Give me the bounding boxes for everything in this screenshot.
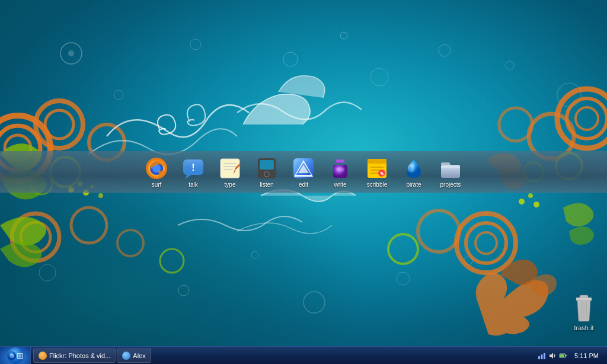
orange-figure-decoration <box>453 228 560 346</box>
taskbar-app-firefox-label: Flickr: Photos & vid... <box>49 352 110 359</box>
systray-battery-icon[interactable] <box>559 352 567 360</box>
svg-rect-97 <box>566 355 567 356</box>
taskbar-app-ie-label: Alex <box>133 352 145 359</box>
systray-volume-icon[interactable] <box>548 352 557 360</box>
taskbar-systray: 5:11 PM <box>534 347 607 364</box>
dock-label-listen: listen <box>260 181 273 188</box>
talk-icon-wrap[interactable]: ! <box>181 157 205 180</box>
svg-rect-84 <box>441 166 460 168</box>
svg-text:⊞: ⊞ <box>9 353 14 359</box>
taskbar-apps: Flickr: Photos & vid... Alex <box>31 347 534 364</box>
svg-text:!: ! <box>191 162 194 173</box>
system-clock[interactable]: 5:11 PM <box>570 352 603 359</box>
svg-text:✎: ✎ <box>380 171 384 177</box>
svg-point-48 <box>519 199 525 205</box>
svg-point-74 <box>336 167 344 172</box>
svg-rect-94 <box>544 353 545 359</box>
svg-point-67 <box>266 173 268 175</box>
svg-rect-92 <box>538 356 540 359</box>
svg-rect-86 <box>576 298 592 301</box>
listen-icon-wrap[interactable] <box>255 157 279 180</box>
scribble-icon-wrap[interactable]: ✎ <box>365 157 389 180</box>
svg-rect-64 <box>260 160 274 170</box>
dock-label-type: type <box>225 181 236 188</box>
dock-label-pirate: pirate <box>406 181 421 188</box>
dock-item-write[interactable]: write <box>325 155 356 190</box>
trash-icon[interactable]: trash it <box>571 294 596 331</box>
svg-rect-93 <box>541 355 543 359</box>
dock-label-edit: edit <box>299 181 308 188</box>
dock-item-talk[interactable]: ! talk <box>178 155 209 190</box>
svg-point-49 <box>528 193 533 198</box>
dock-label-projects: projects <box>440 181 461 188</box>
start-orb[interactable]: ⊞ <box>7 347 24 364</box>
trash-icon-image <box>571 294 596 323</box>
dock-label-scribble: scribble <box>367 181 387 188</box>
taskbar-app-ie[interactable]: Alex <box>117 349 151 363</box>
trash-label: trash it <box>574 324 593 331</box>
pirate-icon-wrap[interactable] <box>402 157 426 180</box>
taskbar-app-firefox[interactable]: Flickr: Photos & vid... <box>33 349 116 363</box>
svg-marker-57 <box>185 175 191 179</box>
dock-item-projects[interactable]: projects <box>435 155 466 190</box>
taskbar-firefox-icon <box>39 352 47 360</box>
svg-rect-73 <box>336 159 344 162</box>
projects-icon-wrap[interactable] <box>439 157 462 180</box>
svg-point-47 <box>98 193 103 198</box>
systray-network-icon[interactable] <box>538 352 546 360</box>
dock-item-listen[interactable]: listen <box>251 155 282 190</box>
dock-label-surf: surf <box>152 181 162 188</box>
dock-item-type[interactable]: type <box>215 155 245 190</box>
svg-rect-76 <box>368 159 386 164</box>
dock-bar: surf ! <box>0 151 607 193</box>
svg-point-3 <box>68 50 74 56</box>
surf-icon-wrap[interactable] <box>145 157 168 180</box>
dock-label-talk: talk <box>189 181 198 188</box>
taskbar-ie-icon <box>122 352 130 360</box>
desktop: surf ! <box>0 0 607 364</box>
dock-label-write: write <box>334 181 346 188</box>
dock-item-surf[interactable]: surf <box>141 155 172 190</box>
dock-icons-container: surf ! <box>132 152 475 193</box>
svg-point-50 <box>533 202 539 207</box>
dock-item-pirate[interactable]: pirate <box>398 155 429 190</box>
write-icon-wrap[interactable] <box>328 157 352 180</box>
dock-item-scribble[interactable]: ✎ scribble <box>362 155 392 190</box>
svg-rect-98 <box>560 355 564 357</box>
svg-marker-95 <box>550 353 553 359</box>
type-icon-wrap[interactable] <box>218 157 242 180</box>
dock-item-edit[interactable]: edit <box>288 155 319 190</box>
edit-icon-wrap[interactable] <box>292 157 315 180</box>
start-button[interactable]: ⊞ <box>0 347 31 365</box>
taskbar: ⊞ Flickr: Photos & vid... Alex <box>0 346 607 364</box>
